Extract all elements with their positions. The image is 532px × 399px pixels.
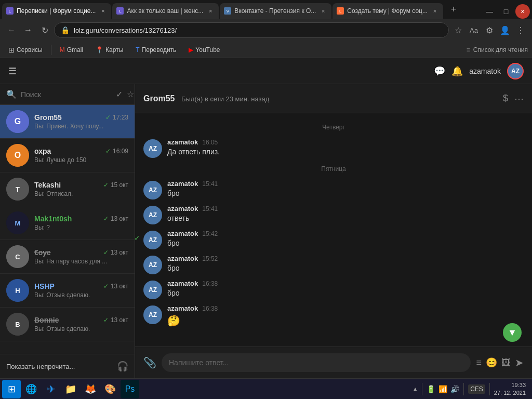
taskbar-battery-icon: 🔋 xyxy=(427,385,435,393)
image-icon[interactable]: 🖼 xyxy=(501,357,511,368)
flag-msg-btn-4[interactable]: ⚑ xyxy=(516,228,524,237)
msg-avatar-5: AZ xyxy=(143,256,162,274)
url-text[interactable]: lolz.guru/conversations/13276123/ xyxy=(74,26,442,34)
conv-name-oxra: охра xyxy=(34,147,51,155)
tab-favicon-2: L xyxy=(116,7,124,15)
minimize-button[interactable]: — xyxy=(482,4,497,19)
conv-name-hshp: HSHP xyxy=(34,282,55,290)
message-icon[interactable]: 💬 xyxy=(434,65,445,77)
taskbar-photoshop[interactable]: Ps xyxy=(121,380,139,398)
message-input[interactable] xyxy=(162,353,471,372)
bell-icon[interactable]: 🔔 xyxy=(451,65,463,77)
tab-close-3[interactable]: × xyxy=(319,7,327,15)
tab-2[interactable]: L Акк вк только ваш | женс... × xyxy=(112,3,219,19)
conv-item-oxra[interactable]: О охра ✓ 16:09 Вы: Лучше до 150 xyxy=(0,139,135,172)
list-icon[interactable]: ≡ xyxy=(476,357,482,368)
profile-button[interactable]: 👤 xyxy=(498,23,512,37)
taskbar-clock: 19:33 27. 12. 2021 xyxy=(494,381,526,396)
conv-name-tekashi: Tekashi xyxy=(34,181,61,189)
taskbar: ⊞ 🌐 ✈ 📁 🦊 🎨 Ps ▲ 🔋 📶 🔊 CES 19:33 27. 12.… xyxy=(0,378,532,399)
dollar-icon[interactable]: $ xyxy=(503,93,508,104)
bookmark-msg-btn-1[interactable]: ☆ xyxy=(505,136,512,146)
conv-header-tekashi: Tekashi ✓ 15 окт xyxy=(34,181,128,189)
reload-button[interactable]: ↻ xyxy=(37,23,52,37)
conv-item-bonnie[interactable]: B Bonnie ✓ 13 окт Вы: Отзыв сделаю. xyxy=(0,308,135,341)
tab-close-4[interactable]: × xyxy=(431,7,439,15)
conv-check-hshp: ✓ xyxy=(103,283,109,290)
send-button[interactable]: ➤ xyxy=(515,356,524,369)
conv-info-hshp: HSHP ✓ 13 окт Вы: Отзыв сделаю. xyxy=(34,282,128,299)
taskbar-time-value: 19:33 xyxy=(511,382,526,388)
emoji-icon[interactable]: 😊 xyxy=(486,357,497,368)
tab-close-1[interactable]: × xyxy=(99,7,107,15)
conv-check-mak1nt0sh: ✓ xyxy=(103,215,109,222)
filter-star-icon[interactable]: ☆ xyxy=(127,89,134,99)
header-avatar[interactable]: AZ xyxy=(507,63,524,79)
translate-button[interactable]: Aa xyxy=(467,23,481,37)
msg-time-7: 16:38 xyxy=(202,305,218,312)
taskbar-files[interactable]: 📁 xyxy=(61,380,80,398)
new-tab-button[interactable]: + xyxy=(446,2,461,17)
taskbar-paint[interactable]: 🎨 xyxy=(101,380,119,398)
svg-text:C: C xyxy=(15,253,20,261)
gmail-icon: M xyxy=(60,46,65,54)
taskbar-firefox[interactable]: 🦊 xyxy=(81,380,100,398)
tab-close-2[interactable]: × xyxy=(206,7,215,15)
conv-info-tekashi: Tekashi ✓ 15 окт Вы: Отписал. xyxy=(34,181,128,197)
conv-item-hshp[interactable]: H HSHP ✓ 13 окт Вы: Отзыв сделаю. xyxy=(0,274,135,308)
show-unread-button[interactable]: Показать непрочита... xyxy=(6,363,75,370)
tray-expand-icon[interactable]: ▲ xyxy=(413,386,418,392)
tab-active[interactable]: L Переписки | Форум социе... × xyxy=(2,3,111,19)
conv-item-coye[interactable]: C €оуе ✓ 13 окт Вы: На пару часов для ..… xyxy=(0,240,135,274)
taskbar-date-value: 27. 12. 2021 xyxy=(494,390,526,396)
extensions-button[interactable]: ⚙ xyxy=(482,23,497,37)
flag-msg-btn-1[interactable]: ⚑ xyxy=(516,136,524,146)
taskbar-telegram[interactable]: ✈ xyxy=(42,380,60,398)
scroll-to-bottom-button[interactable]: ▼ xyxy=(503,323,522,342)
bookmark-services[interactable]: ⊞ Сервисы xyxy=(4,44,47,56)
conversation-list: 🔍 ✓ ☆ 0 G Grom55 xyxy=(0,84,135,378)
conv-check-grom55: ✓ xyxy=(105,114,111,121)
conv-item-tekashi[interactable]: T Tekashi ✓ 15 окт Вы: Отписал. xyxy=(0,172,135,206)
conv-info-oxra: охра ✓ 16:09 Вы: Лучше до 150 xyxy=(34,147,128,164)
msg-header-3: azamatok 15:41 xyxy=(167,205,524,212)
bookmark-maps[interactable]: 📍 Карты xyxy=(91,45,127,55)
conv-time-grom55: 17:23 xyxy=(113,114,128,121)
hamburger-menu[interactable]: ☰ xyxy=(8,65,17,77)
conv-item-mak1nt0sh[interactable]: M Mak1nt0sh ✓ 13 окт Вы: ? xyxy=(0,206,135,240)
main-content: 🔍 ✓ ☆ 0 G Grom55 xyxy=(0,84,532,378)
address-bar[interactable]: 🔒 lolz.guru/conversations/13276123/ xyxy=(54,22,449,38)
conv-item-grom55[interactable]: G Grom55 ✓ 17:23 Вы: Привет. Хочу полу..… xyxy=(0,105,135,139)
message-row-5: AZ azamatok 15:52 бро xyxy=(143,252,524,276)
bookmark-youtube[interactable]: ▶ YouTube xyxy=(184,45,224,55)
app-area: ☰ 💬 🔔 azamatok AZ 🔍 ✓ ☆ 0 xyxy=(0,58,532,378)
msg-avatar-4: AZ xyxy=(143,231,162,249)
bookmark-translate[interactable]: T Переводить xyxy=(131,45,180,55)
back-button[interactable]: ← xyxy=(4,23,19,37)
close-button[interactable]: × xyxy=(515,4,530,19)
msg-header-5: azamatok 15:52 xyxy=(167,255,524,262)
search-input[interactable] xyxy=(21,90,112,99)
bookmark-gmail[interactable]: M Gmail xyxy=(56,45,87,55)
taskbar-time: 19:33 27. 12. 2021 xyxy=(494,381,526,396)
tab-4[interactable]: L Создать тему | Форум соц... × xyxy=(332,3,443,19)
bookmark-star-button[interactable]: ☆ xyxy=(451,23,466,37)
msg-text-7: 🤔 xyxy=(167,313,524,328)
more-options-icon[interactable]: ⋯ xyxy=(514,93,524,104)
maximize-button[interactable]: □ xyxy=(499,4,513,19)
start-button[interactable]: ⊞ xyxy=(2,380,21,398)
msg-avatar-1: AZ xyxy=(143,139,162,158)
filter-check-icon[interactable]: ✓ xyxy=(116,89,123,99)
menu-button[interactable]: ⋮ xyxy=(513,23,528,37)
conv-avatar-mak1nt0sh: M xyxy=(6,211,29,234)
taskbar-right: ▲ 🔋 📶 🔊 CES 19:33 27. 12. 2021 xyxy=(408,381,530,396)
taskbar-chrome[interactable]: 🌐 xyxy=(22,380,41,398)
taskbar-separator-3 xyxy=(489,383,490,395)
msg-content-1: azamatok 16:05 Да ответь плиз. xyxy=(167,138,524,157)
reading-list-label[interactable]: Список для чтения xyxy=(473,46,528,54)
forward-button[interactable]: → xyxy=(21,23,35,37)
attach-button[interactable]: 📎 xyxy=(143,356,156,369)
conv-check-bonnie: ✓ xyxy=(103,316,109,324)
bookmark-msg-btn-4[interactable]: ☆ xyxy=(505,228,512,237)
tab-3[interactable]: V Вконтакте - Претензия к О... × xyxy=(220,3,331,19)
